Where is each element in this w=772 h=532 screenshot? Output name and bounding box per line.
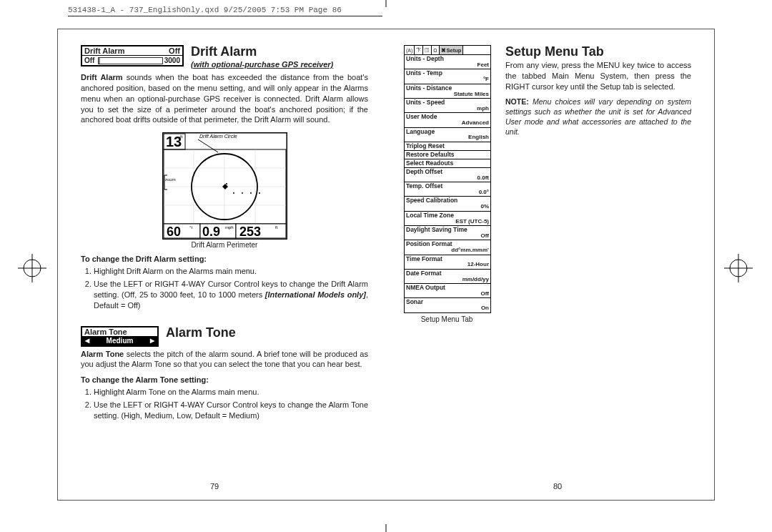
menu-row-value: mm/dd/yy	[462, 277, 489, 282]
menu-row-label: Select Readouts	[406, 160, 489, 167]
page-number-right: 80	[543, 482, 572, 491]
tone-change-heading: To change the Alarm Tone setting:	[81, 375, 368, 384]
menu-row-value: Off	[480, 233, 489, 239]
drift-widget-status: Off	[169, 46, 180, 55]
tone-steps: Highlight Alarm Tone on the Alarms main …	[94, 387, 368, 421]
menu-row-value: On	[481, 305, 489, 311]
menu-row: Triplog Reset	[405, 142, 490, 151]
publication-header: 531438-1_A - 737_EnglishOnly.qxd 9/25/20…	[68, 6, 382, 16]
alarm-tone-widget: Alarm Tone Medium	[81, 326, 159, 347]
menu-row-value: EST (UTC-5)	[455, 219, 489, 225]
list-item: Highlight Drift Alarm on the Alarms main…	[94, 266, 368, 277]
svg-text:mph: mph	[225, 225, 234, 230]
tab-icon: Ω	[432, 46, 439, 54]
drift-alarm-body: Drift Alarm sounds when the boat has exc…	[81, 72, 368, 125]
menu-row: SonarOn	[405, 298, 490, 312]
svg-point-27	[259, 192, 260, 194]
drift-widget-bar	[98, 57, 162, 64]
drift-change-heading: To change the Drift Alarm setting:	[81, 255, 368, 263]
menu-row: Units - DistanceStatute Miles	[405, 84, 490, 99]
menu-row-value: English	[468, 134, 489, 140]
menu-row: Select Readouts	[405, 159, 490, 168]
tab-icon: (A)	[405, 46, 415, 54]
menu-row-label: NMEA Output	[406, 285, 489, 291]
svg-text:ft: ft	[275, 225, 278, 230]
menu-row-value: dd°mm.mmm'	[451, 247, 489, 253]
menu-row: Depth Offset0.0ft	[405, 168, 490, 182]
menu-row-label: Units - Temp	[406, 70, 489, 77]
drift-figure-caption: Drift Alarm Perimeter	[162, 241, 287, 249]
menu-row-value: 0.0ft	[477, 175, 489, 181]
drift-widget-label: Drift Alarm	[84, 46, 124, 55]
menu-row: Daylight Saving TimeOff	[405, 226, 490, 240]
tab-icon: 卞	[415, 46, 423, 54]
page-spread: Drift Alarm Off Off 3000 Drift Alarm (wi…	[68, 37, 704, 433]
menu-row: Units - Speedmph	[405, 99, 490, 113]
menu-row-value: 0%	[480, 204, 489, 210]
menu-row-label: Restore Defaults	[406, 152, 489, 158]
menu-row-value: Statute Miles	[454, 92, 489, 97]
svg-point-25	[242, 192, 243, 194]
setup-tabs-row: (A) 卞 ◫ Ω ✖Setup	[405, 46, 490, 55]
drift-steps: Highlight Drift Alarm on the Alarms main…	[94, 266, 368, 310]
menu-row-value: Feet	[477, 62, 489, 68]
drift-widget-max: 3000	[164, 56, 182, 64]
drift-alarm-widget: Drift Alarm Off Off 3000	[81, 45, 184, 66]
svg-text:zoom: zoom	[165, 177, 176, 182]
svg-text:Drift Alarm Circle: Drift Alarm Circle	[199, 134, 237, 139]
svg-text:°t: °t	[189, 225, 192, 230]
tab-spacer	[463, 46, 490, 54]
left-page: Drift Alarm Off Off 3000 Drift Alarm (wi…	[68, 37, 386, 433]
menu-row: Local Time ZoneEST (UTC-5)	[405, 212, 490, 226]
alarm-tone-body: Alarm Tone selects the pitch of the alar…	[81, 349, 368, 370]
right-page: (A) 卞 ◫ Ω ✖Setup Units - DepthFeetUnits …	[386, 37, 704, 433]
menu-row-value: mph	[477, 106, 489, 112]
menu-row: Temp. Offset0.0°	[405, 182, 490, 197]
svg-point-23	[226, 183, 227, 184]
list-item: Use the LEFT or RIGHT 4-WAY Cursor Contr…	[94, 400, 368, 421]
svg-point-26	[250, 192, 252, 194]
menu-row: Units - Temp°F	[405, 69, 490, 84]
menu-row-label: Triplog Reset	[406, 143, 489, 149]
menu-row-value: Off	[480, 291, 489, 297]
menu-row-label: Speed Calibration	[406, 197, 489, 204]
drift-widget-min: Off	[82, 56, 96, 64]
page-number-left: 79	[200, 482, 229, 491]
menu-row-value: Advanced	[462, 120, 489, 126]
svg-text:13: 13	[166, 134, 182, 149]
svg-text:ft: ft	[180, 134, 183, 139]
menu-row-value: °F	[483, 77, 489, 82]
menu-row: Restore Defaults	[405, 151, 490, 159]
svg-text:60: 60	[167, 225, 181, 239]
menu-row: NMEA OutputOff	[405, 284, 490, 298]
setup-menu-figure: (A) 卞 ◫ Ω ✖Setup Units - DepthFeetUnits …	[404, 45, 491, 313]
menu-row: Speed Calibration0%	[405, 197, 490, 211]
list-item: Highlight Alarm Tone on the Alarms main …	[94, 387, 368, 398]
menu-row: Position Formatdd°mm.mmm'	[405, 240, 490, 255]
menu-row-value: 12-Hour	[467, 262, 489, 267]
menu-row-value: 0.0°	[479, 189, 489, 195]
menu-row: User ModeAdvanced	[405, 113, 490, 127]
setup-menu-rows: Units - DepthFeetUnits - Temp°FUnits - D…	[405, 55, 490, 312]
menu-row: Units - DepthFeet	[405, 55, 490, 69]
setup-figure-caption: Setup Menu Tab	[404, 315, 490, 323]
menu-row: Time Format12-Hour	[405, 255, 490, 270]
menu-row: LanguageEnglish	[405, 128, 490, 142]
menu-row-label: Daylight Saving Time	[406, 227, 489, 233]
svg-text:0.9: 0.9	[202, 225, 220, 239]
menu-row: Date Formatmm/dd/yy	[405, 270, 490, 284]
drift-alarm-figure: 13 ft Drift Alarm Circle zoom	[162, 132, 287, 249]
menu-row-label: Units - Depth	[406, 56, 489, 62]
menu-row-label: Temp. Offset	[406, 183, 489, 189]
menu-row-label: Sonar	[406, 299, 489, 305]
tone-widget-label: Alarm Tone	[82, 327, 157, 336]
list-item: Use the LEFT or RIGHT 4-WAY Cursor Contr…	[94, 279, 368, 311]
tab-setup-active: ✖Setup	[440, 46, 464, 54]
tone-widget-value: Medium	[82, 336, 157, 345]
menu-row-label: Depth Offset	[406, 169, 489, 175]
svg-text:253: 253	[239, 225, 261, 239]
tab-icon: ◫	[423, 46, 432, 54]
svg-point-24	[233, 192, 234, 194]
